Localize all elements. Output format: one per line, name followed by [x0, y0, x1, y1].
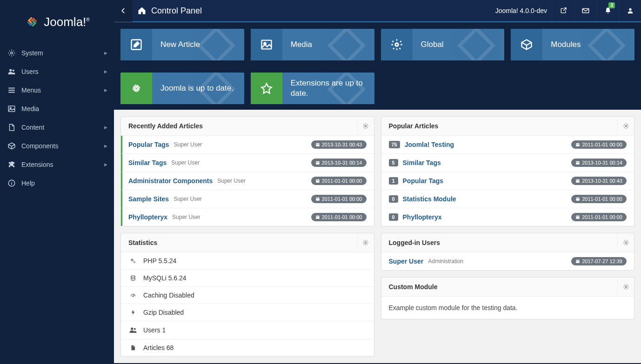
- svg-rect-19: [316, 198, 320, 201]
- article-item: 0 Phyllopteryx 2011-01-01 00:00: [381, 208, 634, 226]
- sidebar-item-users[interactable]: Users ▶: [0, 62, 114, 81]
- article-link[interactable]: Sample Sites: [128, 195, 169, 203]
- article-link[interactable]: Similar Tags: [128, 159, 167, 166]
- article-date: 2011-01-01 00:00: [311, 195, 367, 203]
- cube-icon: [511, 29, 542, 60]
- panel-settings-button[interactable]: [617, 118, 634, 134]
- article-link[interactable]: Popular Tags: [403, 177, 444, 185]
- panel-title: Popular Articles: [389, 122, 618, 130]
- notifications-button[interactable]: 3: [596, 0, 619, 22]
- svg-rect-20: [316, 216, 320, 219]
- article-author: Super User: [217, 178, 246, 184]
- svg-rect-33: [576, 216, 580, 219]
- quick-card-label: New Article: [152, 29, 244, 60]
- article-link[interactable]: Phyllopteryx: [403, 213, 442, 221]
- article-item: Similar Tags Super User 2013-10-31 00:14: [121, 154, 374, 172]
- svg-rect-16: [316, 143, 320, 146]
- preview-button[interactable]: [552, 0, 574, 22]
- pencil-icon: [120, 29, 152, 60]
- stat-item: Articles 68: [121, 339, 374, 356]
- quick-card-label: Modules: [542, 29, 634, 60]
- sidebar-item-media[interactable]: Media: [0, 99, 114, 118]
- sidebar-item-menus[interactable]: Menus ▶: [0, 81, 114, 99]
- quick-card-media[interactable]: Media: [251, 29, 374, 60]
- panel-title: Custom Module: [389, 283, 618, 291]
- page-title: Control Panel: [151, 6, 202, 16]
- chevron-left-icon: [120, 7, 127, 14]
- brand-text: Joomla!®: [44, 15, 89, 29]
- logged-in-users-panel: Logged-in Users Super User Administratio…: [381, 233, 635, 271]
- article-item: 5 Similar Tags 2013-10-31 00:14: [381, 154, 634, 172]
- decoration-icon: [448, 29, 504, 60]
- image-icon: [251, 29, 282, 60]
- article-item: 0 Statistics Module 2011-01-01 00:00: [381, 190, 634, 208]
- quick-card-modules[interactable]: Modules: [511, 29, 634, 60]
- hit-count: 0: [389, 213, 398, 221]
- article-link[interactable]: Administrator Components: [128, 177, 213, 185]
- user-link[interactable]: Super User: [389, 258, 424, 265]
- article-author: Super User: [171, 159, 200, 166]
- svg-rect-31: [576, 179, 580, 183]
- back-button[interactable]: [114, 0, 133, 22]
- quick-card-extensions-are-up-to-date[interactable]: Extensions are up to date.: [251, 73, 374, 104]
- svg-point-28: [625, 125, 627, 127]
- gear-icon: [362, 123, 369, 129]
- external-link-icon: [560, 7, 567, 14]
- article-link[interactable]: Similar Tags: [403, 159, 441, 166]
- article-link[interactable]: Phyllopteryx: [128, 213, 167, 221]
- article-item: Administrator Components Super User 2011…: [121, 172, 374, 190]
- sidebar-item-extensions[interactable]: Extensions ▶: [0, 155, 114, 174]
- puzzle-icon: [7, 160, 17, 169]
- quick-card-new-article[interactable]: New Article: [120, 29, 244, 60]
- quick-card-global[interactable]: Global: [381, 29, 505, 60]
- article-item: Phyllopteryx Super User 2011-01-01 00:00: [121, 208, 374, 226]
- sidebar-item-help[interactable]: Help: [0, 174, 114, 192]
- article-date: 2013-10-31 00:43: [311, 140, 367, 149]
- messages-button[interactable]: [574, 0, 596, 22]
- svg-point-22: [132, 259, 134, 261]
- sidebar-item-system[interactable]: System ▶: [0, 44, 114, 62]
- chevron-right-icon: ▶: [104, 125, 107, 130]
- stat-item: MySQLi 5.6.24: [121, 270, 374, 287]
- decoration-icon: [319, 29, 374, 60]
- panel-settings-button[interactable]: [357, 234, 374, 251]
- statistics-panel: Statistics PHP 5.5.24 MySQLi 5.6.24 Cach…: [120, 233, 374, 357]
- home-button[interactable]: [133, 6, 151, 15]
- sidebar-item-content[interactable]: Content ▶: [0, 118, 114, 137]
- panel-settings-button[interactable]: [617, 234, 634, 251]
- svg-rect-30: [576, 161, 580, 165]
- database-icon: [128, 275, 138, 281]
- custom-module-body: Example custom module for the testing da…: [381, 297, 634, 319]
- chevron-right-icon: ▶: [104, 51, 107, 55]
- chevron-right-icon: ▶: [104, 162, 107, 167]
- sidebar-item-label: Content: [21, 124, 104, 131]
- popular-articles-panel: Popular Articles 75 Joomla! Testing 2011…: [381, 116, 635, 226]
- stat-item: Gzip Disabled: [121, 304, 374, 321]
- gear-icon: [623, 123, 629, 129]
- quick-card-joomla-is-up-to-date[interactable]: Joomla is up to date.: [120, 73, 244, 104]
- chevron-right-icon: ▶: [104, 144, 107, 148]
- svg-point-6: [13, 162, 15, 164]
- article-link[interactable]: Statistics Module: [403, 195, 456, 203]
- quick-card-label: Global: [413, 29, 505, 60]
- svg-point-21: [365, 242, 367, 244]
- article-link[interactable]: Joomla! Testing: [405, 141, 454, 148]
- panel-settings-button[interactable]: [617, 278, 634, 295]
- decoration-icon: [319, 73, 374, 104]
- recently-added-panel: Recently Added Articles Popular Tags Sup…: [120, 116, 374, 226]
- chevron-right-icon: ▶: [104, 69, 107, 74]
- user-menu-button[interactable]: [619, 0, 641, 22]
- article-link[interactable]: Popular Tags: [128, 141, 169, 148]
- quick-card-label: Joomla is up to date.: [152, 73, 244, 104]
- logo[interactable]: Joomla!®: [0, 0, 114, 44]
- hit-count: 5: [389, 159, 398, 166]
- article-author: Super User: [172, 214, 200, 220]
- topbar: Control Panel Joomla! 4.0.0-dev 3: [114, 0, 641, 22]
- gears-icon: [128, 258, 138, 264]
- svg-point-25: [133, 296, 134, 297]
- panel-settings-button[interactable]: [357, 118, 374, 134]
- sidebar-item-label: Components: [21, 142, 104, 150]
- article-date: 2013-10-31 00:43: [571, 177, 627, 185]
- sidebar-item-components[interactable]: Components ▶: [0, 137, 114, 155]
- article-date: 2011-01-01 00:00: [311, 213, 367, 221]
